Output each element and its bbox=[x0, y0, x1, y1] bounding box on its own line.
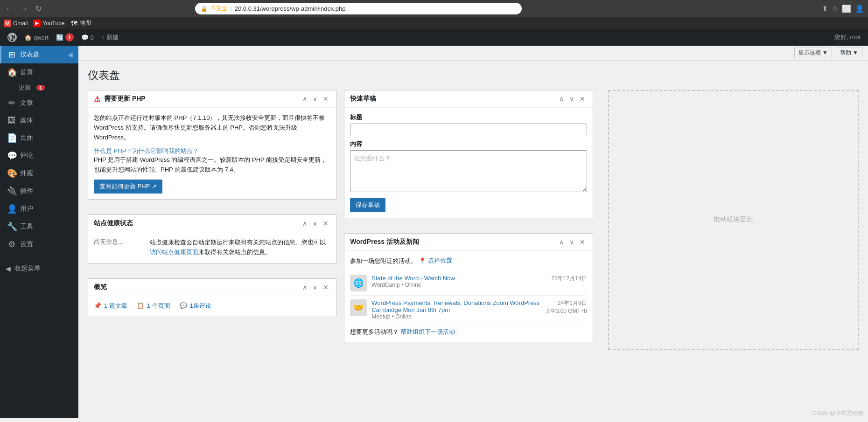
overview-pages: 📋 1 个页面 bbox=[137, 302, 170, 310]
quick-draft-close-button[interactable]: ✕ bbox=[578, 94, 587, 104]
dashboard-icon: ⊞ bbox=[7, 49, 16, 60]
sidebar-item-home[interactable]: 🏠 首页 bbox=[0, 63, 78, 81]
sidebar-item-media[interactable]: 🖼 媒体 bbox=[0, 112, 78, 129]
sidebar-item-tools[interactable]: 🔧 工具 bbox=[0, 218, 78, 235]
forward-button[interactable]: → bbox=[19, 4, 30, 14]
draft-title-input[interactable] bbox=[350, 124, 587, 135]
php-faq-link[interactable]: 什么是 PHP？为什么它影响我的站点？ bbox=[94, 147, 199, 154]
overview-postbox: 概览 ∧ ∨ ✕ 📌 1 篇文章 bbox=[88, 278, 336, 316]
php-warning-header[interactable]: ⚠ 需要更新 PHP ∧ ∨ ✕ bbox=[88, 90, 336, 108]
bookmark-gmail[interactable]: M Gmail bbox=[4, 20, 28, 27]
quick-draft-title-text: 快速草稿 bbox=[350, 95, 557, 103]
top-options-bar: 显示选项 ▼ 帮助 ▼ bbox=[78, 46, 868, 61]
event1-link[interactable]: State of the Word - Watch Now bbox=[371, 275, 455, 282]
updates-nav-badge: 1 bbox=[36, 85, 45, 90]
activity-close-button[interactable]: ✕ bbox=[578, 237, 587, 247]
sidebar-label-users: 用户 bbox=[20, 205, 33, 213]
activity-more-text: 想要更多活动吗？ bbox=[350, 328, 399, 335]
save-draft-button[interactable]: 保存草稿 bbox=[350, 198, 385, 212]
warning-icon: ⚠ bbox=[94, 95, 100, 104]
sidebar-item-appearance[interactable]: 🎨 外观 bbox=[0, 165, 78, 182]
profile-button[interactable]: 👤 bbox=[855, 4, 864, 13]
overview-controls: ∧ ∨ ✕ bbox=[301, 283, 330, 292]
bookmark-maps[interactable]: 🗺 地图 bbox=[70, 19, 91, 27]
posts-icon: ✏ bbox=[7, 98, 16, 108]
activity-event-2: 🤝 WordPress Payments, Renewals, Donation… bbox=[350, 296, 587, 324]
collapse-down-button[interactable]: ∨ bbox=[311, 94, 319, 104]
plugins-icon: 🔌 bbox=[7, 186, 16, 196]
display-options-button[interactable]: 显示选项 ▼ bbox=[794, 48, 832, 58]
admin-bar-new[interactable]: + 新建 bbox=[98, 29, 122, 46]
admin-bar-greeting: 您好, root bbox=[831, 33, 864, 42]
wp-sidebar: ⊞ 仪表盘 ◀ 🏠 首页 更新 1 ✏ 文章 🖼 媒体 📄 页 bbox=[0, 46, 78, 418]
sidebar-item-settings[interactable]: ⚙ 设置 bbox=[0, 235, 78, 253]
drag-area: 拖动模块至此 bbox=[608, 90, 859, 350]
event2-link[interactable]: WordPress Payments, Renewals, Donations … bbox=[371, 299, 539, 313]
collapse-up-button[interactable]: ∧ bbox=[301, 94, 309, 104]
sidebar-item-users[interactable]: 👤 用户 bbox=[0, 200, 78, 218]
site-health-down-button[interactable]: ∨ bbox=[311, 219, 319, 228]
share-button[interactable]: ⬆ bbox=[822, 4, 828, 13]
sidebar-item-comments[interactable]: 💬 评论 bbox=[0, 147, 78, 165]
left-column: ⚠ 需要更新 PHP ∧ ∨ ✕ 您的站点正在运行过时版本的 PHP（7.1.1… bbox=[88, 90, 336, 350]
comments-nav-icon: 💬 bbox=[7, 151, 16, 161]
activity-location-link[interactable]: 📍 选择位置 bbox=[419, 256, 452, 265]
sidebar-item-updates[interactable]: 更新 1 bbox=[0, 81, 78, 94]
articles-link[interactable]: 1 篇文章 bbox=[104, 302, 127, 310]
users-icon: 👤 bbox=[7, 204, 16, 214]
close-postbox-button[interactable]: ✕ bbox=[321, 94, 330, 104]
overview-title-text: 概览 bbox=[94, 283, 301, 291]
overview-down-button[interactable]: ∨ bbox=[311, 283, 319, 292]
comments-link[interactable]: 1条评论 bbox=[190, 302, 211, 310]
site-health-header[interactable]: 站点健康状态 ∧ ∨ ✕ bbox=[88, 215, 336, 232]
activity-header[interactable]: WordPress 活动及新闻 ∧ ∨ ✕ bbox=[344, 234, 592, 251]
gmail-icon: M bbox=[4, 20, 11, 27]
site-health-up-button[interactable]: ∧ bbox=[301, 219, 309, 228]
sidebar-item-posts[interactable]: ✏ 文章 bbox=[0, 94, 78, 112]
site-health-link[interactable]: 访问站点健康页面 bbox=[150, 249, 198, 256]
activity-down-button[interactable]: ∨ bbox=[567, 237, 576, 247]
sidebar-label-appearance: 外观 bbox=[20, 169, 33, 178]
sidebar-item-pages[interactable]: 📄 页面 bbox=[0, 129, 78, 147]
bookmark-button[interactable]: ☆ bbox=[832, 4, 838, 13]
overview-close-button[interactable]: ✕ bbox=[321, 283, 330, 292]
window-button[interactable]: ⬜ bbox=[842, 4, 851, 13]
admin-bar-updates[interactable]: 🔄 1 bbox=[52, 29, 77, 46]
help-button[interactable]: 帮助 ▼ bbox=[836, 48, 862, 58]
activity-intro: 参加一场您附近的活动。 📍 选择位置 bbox=[350, 256, 587, 265]
overview-up-button[interactable]: ∧ bbox=[301, 283, 309, 292]
sidebar-item-dashboard[interactable]: ⊞ 仪表盘 ◀ bbox=[0, 46, 78, 63]
page-title: 仪表盘 bbox=[88, 68, 859, 83]
quick-draft-down-button[interactable]: ∨ bbox=[567, 94, 576, 104]
quick-draft-up-button[interactable]: ∧ bbox=[557, 94, 566, 104]
admin-bar-site[interactable]: 🏠 qwert bbox=[21, 29, 52, 46]
back-button[interactable]: ← bbox=[4, 4, 15, 14]
quick-draft-header[interactable]: 快速草稿 ∧ ∨ ✕ bbox=[344, 90, 592, 108]
bookmark-youtube[interactable]: ▶ YouTube bbox=[33, 20, 64, 27]
reload-button[interactable]: ↻ bbox=[34, 3, 43, 14]
pages-link[interactable]: 1 个页面 bbox=[147, 302, 170, 310]
tools-icon: 🔧 bbox=[7, 221, 16, 232]
php-update-button[interactable]: 查阅如何更新 PHP ↗ bbox=[94, 180, 162, 194]
collapse-icon: ◀ bbox=[6, 265, 11, 272]
watermark: CSDN @小布爱吃糖 bbox=[812, 409, 863, 417]
comments-ov-icon: 💬 bbox=[180, 302, 187, 309]
url-text: 20.0.0.31/wordpress/wp-admin/index.php bbox=[235, 5, 346, 12]
activity-more-link[interactable]: 帮助组织下一场活动！ bbox=[400, 328, 461, 335]
draft-content-textarea[interactable] bbox=[350, 150, 587, 192]
event1-meta: WordCamp • Online bbox=[371, 282, 546, 288]
address-bar[interactable]: 🔒 不安全 | 20.0.0.31/wordpress/wp-admin/ind… bbox=[195, 3, 522, 14]
event2-meta: Meetup • Online bbox=[371, 313, 539, 320]
dashboard-main-grid: ⚠ 需要更新 PHP ∧ ∨ ✕ 您的站点正在运行过时版本的 PHP（7.1.1… bbox=[88, 90, 859, 350]
wp-logo[interactable] bbox=[4, 29, 21, 46]
sidebar-collapse[interactable]: ◀ 收起菜单 bbox=[0, 261, 78, 277]
sidebar-label-plugins: 插件 bbox=[20, 187, 33, 195]
sidebar-item-plugins[interactable]: 🔌 插件 bbox=[0, 182, 78, 200]
admin-bar-comments[interactable]: 💬 0 bbox=[77, 29, 98, 46]
overview-header[interactable]: 概览 ∧ ∨ ✕ bbox=[88, 279, 336, 296]
activity-up-button[interactable]: ∧ bbox=[557, 237, 566, 247]
site-health-close-button[interactable]: ✕ bbox=[321, 219, 330, 228]
site-health-placeholder: 尚无信息... bbox=[94, 238, 140, 246]
updates-badge: 1 bbox=[65, 33, 74, 42]
activity-title-text: WordPress 活动及新闻 bbox=[350, 238, 557, 246]
